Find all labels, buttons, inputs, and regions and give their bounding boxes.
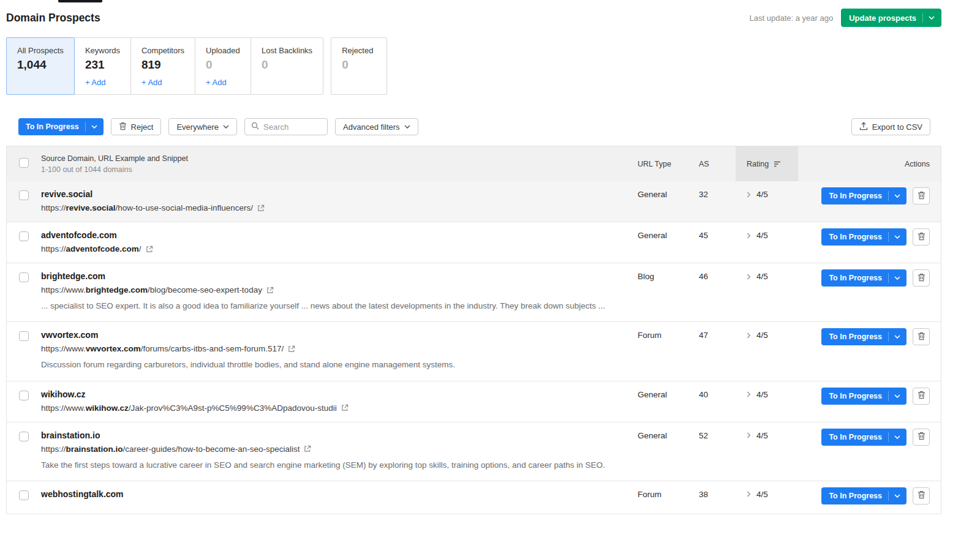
url-prefix: https://www. <box>41 344 86 353</box>
source-domain: vwvortex.com <box>41 330 625 340</box>
row-status-button[interactable]: To In Progress <box>821 388 907 405</box>
row-status-button[interactable]: To In Progress <box>821 228 907 246</box>
prospect-tab[interactable]: Keywords 231 + Add <box>74 37 131 95</box>
search-input[interactable] <box>263 122 321 132</box>
as-cell: 40 <box>699 389 736 399</box>
rating-value: 4/5 <box>756 272 768 281</box>
update-prospects-label: Update prospects <box>849 13 916 23</box>
prospect-tab[interactable]: Competitors 819 + Add <box>130 37 195 95</box>
select-all-checkbox[interactable] <box>19 158 29 168</box>
row-status-label: To In Progress <box>829 392 882 400</box>
row-checkbox[interactable] <box>19 490 29 500</box>
url-prefix: https:// <box>41 244 66 253</box>
chevron-down-icon <box>888 232 900 242</box>
prospect-tab[interactable]: All Prospects 1,044 <box>6 37 75 95</box>
expand-chevron-icon[interactable] <box>747 274 751 280</box>
tab-count: 1,044 <box>17 58 64 72</box>
expand-chevron-icon[interactable] <box>747 332 751 339</box>
row-status-button[interactable]: To In Progress <box>821 328 907 345</box>
external-link-icon[interactable] <box>304 445 311 452</box>
source-snippet: Take the first steps toward a lucrative … <box>41 459 625 471</box>
source-domain: revive.social <box>41 189 625 199</box>
column-rating[interactable]: Rating <box>736 146 798 181</box>
page-title: Domain Prospects <box>6 12 100 24</box>
row-status-button[interactable]: To In Progress <box>821 187 907 204</box>
external-link-icon[interactable] <box>341 404 349 411</box>
export-csv-button[interactable]: Export to CSV <box>851 118 930 135</box>
row-checkbox-cell <box>7 330 41 343</box>
url-type-cell: Blog <box>638 271 699 281</box>
scope-dropdown[interactable]: Everywhere <box>168 118 237 135</box>
url-domain: revive.social <box>66 203 116 212</box>
source-domain: adventofcode.com <box>41 230 625 240</box>
column-actions: Actions <box>798 160 941 168</box>
expand-chevron-icon[interactable] <box>747 491 751 497</box>
source-cell: wikihow.cz https://www.wikihow.cz/Jak-pr… <box>41 389 638 413</box>
rating-cell: 4/5 <box>736 330 798 340</box>
row-checkbox[interactable] <box>19 231 29 241</box>
chevron-down-icon <box>223 125 229 129</box>
row-checkbox[interactable] <box>19 391 29 400</box>
external-link-icon[interactable] <box>257 204 265 212</box>
rating-cell: 4/5 <box>736 271 798 281</box>
row-status-button[interactable]: To In Progress <box>821 429 907 446</box>
expand-chevron-icon[interactable] <box>747 432 751 438</box>
external-link-icon[interactable] <box>288 345 295 353</box>
domain-prospects-page: Domain Prospects Last update: a year ago… <box>6 0 941 514</box>
row-status-label: To In Progress <box>829 433 882 441</box>
rating-cell: 4/5 <box>736 489 798 499</box>
chevron-down-icon <box>922 13 935 23</box>
row-checkbox[interactable] <box>19 432 29 441</box>
as-cell: 47 <box>699 330 736 340</box>
row-checkbox-cell <box>7 271 41 285</box>
url-domain: brainstation.io <box>66 444 123 454</box>
tab-add-link[interactable]: + Add <box>85 78 120 87</box>
row-status-button[interactable]: To In Progress <box>821 269 907 287</box>
tab-count: 0 <box>206 58 240 72</box>
tab-add-link[interactable]: + Add <box>141 78 184 87</box>
row-delete-button[interactable] <box>913 228 930 246</box>
update-prospects-button[interactable]: Update prospects <box>841 9 941 27</box>
tab-add-link[interactable]: + Add <box>206 78 240 87</box>
source-cell: brainstation.io https://brainstation.io/… <box>41 430 638 471</box>
actions-cell: To In Progress <box>798 487 941 504</box>
rating-cell: 4/5 <box>736 230 798 240</box>
row-delete-button[interactable] <box>913 388 930 405</box>
sort-icon <box>774 159 781 170</box>
row-delete-button[interactable] <box>913 429 930 446</box>
column-as[interactable]: AS <box>699 160 736 168</box>
row-checkbox[interactable] <box>19 331 29 341</box>
external-link-icon[interactable] <box>266 287 274 294</box>
bulk-status-button[interactable]: To In Progress <box>18 118 104 135</box>
table-row: webhostingtalk.com Forum 38 4/5 To In Pr… <box>7 481 941 514</box>
row-checkbox[interactable] <box>19 190 29 200</box>
row-delete-button[interactable] <box>913 187 930 204</box>
expand-chevron-icon[interactable] <box>747 233 751 239</box>
tab-label: Lost Backlinks <box>262 46 312 55</box>
row-delete-button[interactable] <box>913 487 930 504</box>
row-delete-button[interactable] <box>913 328 930 345</box>
prospect-tab[interactable]: Lost Backlinks 0 <box>251 37 323 95</box>
expand-chevron-icon[interactable] <box>747 192 751 198</box>
row-status-button[interactable]: To In Progress <box>821 487 907 504</box>
prospect-tab[interactable]: Uploaded 0 + Add <box>195 37 251 95</box>
trash-icon <box>918 273 925 283</box>
chevron-down-icon <box>888 332 900 342</box>
url-domain: vwvortex.com <box>86 344 141 353</box>
external-link-icon[interactable] <box>146 246 153 253</box>
column-url-type[interactable]: URL Type <box>638 160 699 168</box>
url-prefix: https:// <box>41 203 66 212</box>
reject-button[interactable]: Reject <box>111 118 162 135</box>
tab-count: 819 <box>141 58 184 72</box>
table-row: wikihow.cz https://www.wikihow.cz/Jak-pr… <box>7 381 941 422</box>
row-checkbox-cell <box>7 489 41 503</box>
row-checkbox[interactable] <box>19 272 29 282</box>
row-delete-button[interactable] <box>913 269 930 287</box>
url-type-cell: Forum <box>638 330 699 340</box>
expand-chevron-icon[interactable] <box>747 391 751 397</box>
prospect-tab[interactable]: Rejected 0 <box>331 37 387 95</box>
advanced-filters-dropdown[interactable]: Advanced filters <box>335 118 418 135</box>
column-source: Source Domain, URL Example and Snippet 1… <box>41 154 638 174</box>
actions-cell: To In Progress <box>798 187 941 204</box>
search-box <box>244 118 328 135</box>
